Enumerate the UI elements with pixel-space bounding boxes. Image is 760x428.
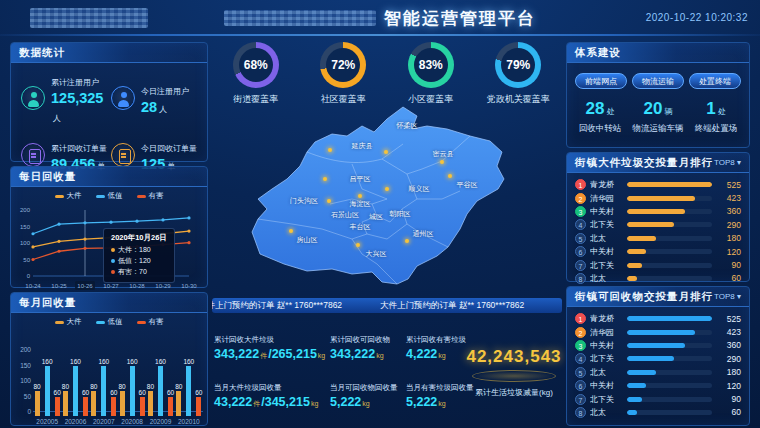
summary-stat: 当月有害垃圾回收量5,222kg (406, 383, 464, 409)
bar-group: 8016060202007 (90, 329, 117, 425)
map-site-dot (440, 160, 444, 164)
tooltip-row: 低值：120 (111, 256, 167, 267)
ranking-value: 60 (716, 273, 741, 283)
gauge-street: 68%街道覆盖率 (212, 42, 300, 108)
panel-data-stats: 数据统计 累计注册用户 125,325人 今日注册用户 28人 累计回收订单量 … (10, 42, 208, 162)
ranking-value: 525 (716, 180, 741, 190)
chart-tooltip: 2020年10月26日大件：180低值：120有害：70 (103, 228, 175, 283)
tab-logistics[interactable]: 物流运输 (632, 73, 684, 89)
ticker-item: 大件上门预约的订单 赵** 1760***7862 (380, 300, 524, 312)
ranking-value: 290 (716, 354, 741, 364)
ranking-row: 7北下关90 (575, 392, 741, 405)
map-district-label[interactable]: 昌平区 (350, 174, 371, 184)
legend-item[interactable]: 低值 (96, 317, 123, 327)
stat-registered-total: 累计注册用户 125,325人 (21, 71, 111, 125)
ranking-bar (627, 343, 685, 348)
ranking-row: 4北下关290 (575, 352, 741, 365)
tab-front-end-network[interactable]: 前端网点 (575, 73, 627, 89)
gauge-ring: 79% (495, 42, 541, 88)
panel-title: 街镇大件垃圾交投量月排行 (575, 156, 713, 170)
page-title: 智能运营管理平台 (384, 7, 536, 30)
legend-item[interactable]: 有害 (137, 191, 164, 201)
rank-badge: 1 (575, 313, 586, 324)
ranking-name: 北太 (590, 407, 623, 418)
ranking-bar (627, 397, 642, 402)
ranking-value: 423 (716, 327, 741, 337)
rank-badge: 1 (575, 179, 586, 190)
summary-value: 4,222kg (406, 347, 464, 361)
ranking-value: 120 (716, 381, 741, 391)
legend-item[interactable]: 大件 (55, 191, 82, 201)
map-district-label[interactable]: 密云县 (433, 149, 454, 159)
gauge-community: 72%社区覆盖率 (300, 42, 388, 108)
ranking-bar (627, 182, 712, 187)
map-district-label[interactable]: 怀柔区 (397, 121, 418, 131)
legend-item[interactable]: 大件 (55, 317, 82, 327)
ranking-bar-track (627, 410, 712, 415)
stat-label: 今日注册用户 (141, 87, 189, 96)
user-icon (111, 86, 135, 110)
ranking-value: 360 (716, 340, 741, 350)
map-district-label[interactable]: 通州区 (413, 229, 434, 239)
bar-value-label: 80 (147, 383, 154, 390)
legend-item[interactable]: 有害 (137, 317, 164, 327)
ranking-value: 423 (716, 193, 741, 203)
summary-value: 343,222kg (330, 347, 402, 361)
bar-value-label: 80 (118, 383, 125, 390)
stat-value: 28 (141, 99, 157, 115)
map-district-label[interactable]: 海淀区 (350, 199, 371, 209)
bar-group: 8016060202009 (147, 329, 174, 425)
stat-label: 今日回收订单量 (141, 144, 197, 153)
map-district-label[interactable]: 大兴区 (366, 249, 387, 259)
map-district-label[interactable]: 城区 (369, 212, 383, 222)
panel-title: 街镇可回收物交投量月排行 (575, 290, 713, 304)
summary-label: 累计回收可回收物 (330, 335, 402, 345)
bar-value-label: 80 (90, 383, 97, 390)
ranking-row: 3中关村360 (575, 339, 741, 352)
map-district-label[interactable]: 房山区 (297, 235, 318, 245)
top8-dropdown[interactable]: TOP8 ▾ (714, 158, 741, 167)
ranking-bar (627, 196, 695, 201)
beijing-map[interactable]: 怀柔区延庆县密云县平谷区昌平区顺义区门头沟区海淀区石景山区城区朝阳区丰台区房山区… (212, 104, 562, 294)
counter-label: 累计生活垃圾减量(kg) (475, 387, 553, 398)
svg-text:10-27: 10-27 (103, 283, 119, 289)
top8-dropdown[interactable]: TOP8 ▾ (714, 292, 741, 301)
bar (168, 397, 173, 416)
map-district-label[interactable]: 平谷区 (457, 180, 478, 190)
map-site-dot (328, 148, 332, 152)
tab-disposal-terminal[interactable]: 处置终端 (689, 73, 741, 89)
ranking-bar (627, 209, 685, 214)
ranking-bar-track (627, 209, 712, 214)
bar (91, 391, 96, 416)
rank-badge: 8 (575, 273, 586, 284)
bar (140, 397, 145, 416)
ranking-name: 清华园 (590, 327, 623, 338)
total-reduction-counter: 42,243,543 累计生活垃圾减量(kg) (466, 320, 562, 424)
ranking-bar (627, 316, 712, 321)
ranking-bar-track (627, 397, 712, 402)
bar (83, 397, 88, 416)
map-district-label[interactable]: 石景山区 (331, 210, 359, 220)
bar-group: 8016060202005 (34, 329, 61, 425)
ranking-value: 120 (716, 247, 741, 257)
rank-badge: 2 (575, 327, 586, 338)
ranking-name: 中关村 (590, 246, 623, 257)
map-district-label[interactable]: 丰台区 (350, 222, 371, 232)
counter-glow-ellipse (472, 370, 556, 382)
bar (186, 366, 191, 416)
summary-stat: 累计回收大件垃圾343,222件/265,215kg (214, 335, 326, 361)
legend-marker (96, 321, 105, 324)
map-district-label[interactable]: 延庆县 (352, 141, 373, 151)
gauge-value: 79% (501, 48, 535, 82)
map-district-label[interactable]: 门头沟区 (290, 196, 318, 206)
ticker-item: 大件上门预约的订单 赵** 1760***7862 (212, 300, 342, 312)
rank-badge: 5 (575, 367, 586, 378)
map-district-label[interactable]: 朝阳区 (390, 209, 411, 219)
panel-daily-chart: 每日回收量 大件低值有害 05010015020010-2410-2510-26… (10, 166, 208, 288)
gauge-value: 72% (326, 48, 360, 82)
user-icon (21, 86, 45, 110)
monthly-legend: 大件低值有害 (11, 313, 207, 327)
legend-item[interactable]: 低值 (96, 191, 123, 201)
legend-marker (137, 321, 146, 324)
map-district-label[interactable]: 顺义区 (409, 184, 430, 194)
